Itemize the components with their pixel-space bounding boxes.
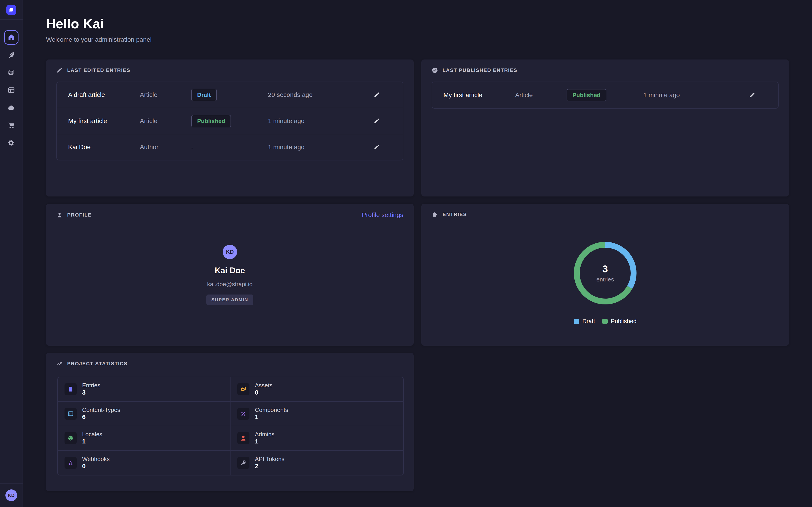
card-title: LAST PUBLISHED ENTRIES [443,67,517,73]
entry-kind: Author [140,144,191,151]
puzzle-icon [432,211,438,218]
sidebar-item-media-library[interactable] [4,65,18,80]
legend-chip-published [602,319,608,324]
edit-entry-button[interactable] [372,90,382,100]
stat-locales: Locales1 [58,426,231,451]
stat-label: Admins [255,431,274,438]
last-published-table: My first article Article Published 1 min… [432,81,779,109]
card-header: LAST EDITED ENTRIES [46,59,414,73]
edit-entry-button[interactable] [372,116,382,126]
chart-legend: Draft Published [574,318,637,325]
entry-time: 1 minute ago [268,144,372,151]
stat-value: 0 [82,462,110,470]
entry-title: A draft article [68,91,140,99]
user-avatar[interactable]: KD [5,490,17,501]
sidebar: KD [0,0,23,507]
strapi-logo[interactable] [6,5,16,15]
edit-entry-button[interactable] [747,90,757,100]
last-edited-entries-card: LAST EDITED ENTRIES A draft article Arti… [46,59,414,196]
profile-email: kai.doe@strapi.io [207,281,252,288]
feather-icon [7,51,15,59]
gear-icon [7,139,15,147]
check-circle-icon [432,67,438,73]
pencil-icon [373,144,380,150]
sidebar-footer: KD [0,483,22,507]
stat-webhooks: Webhooks0 [58,451,231,475]
stat-label: API Tokens [255,456,285,462]
profile-avatar: KD [222,245,237,259]
sidebar-item-content-manager[interactable] [4,48,18,62]
stat-label: Content-Types [82,406,120,413]
legend-chip-draft [574,319,579,324]
sidebar-divider-bottom [0,483,22,484]
entry-kind: Article [140,117,191,125]
stat-value: 1 [255,438,274,445]
webhook-icon [67,459,74,466]
edit-entry-button[interactable] [372,142,382,152]
entry-time: 20 seconds ago [268,91,372,99]
card-title: LAST EDITED ENTRIES [67,67,131,73]
stat-api-tokens: API Tokens2 [231,451,403,475]
sidebar-item-settings[interactable] [4,136,18,150]
profile-role-badge: SUPER ADMIN [206,294,253,305]
stat-label: Webhooks [82,456,110,462]
stat-entries: Entries3 [58,377,231,402]
status-badge: Published [567,89,606,101]
card-header: PROFILE Profile settings [46,204,414,219]
pencil-icon [373,118,380,124]
strapi-logo-icon [7,6,15,14]
entry-title: My first article [68,117,140,125]
dashboard-grid: LAST EDITED ENTRIES A draft article Arti… [46,59,812,491]
entry-time: 1 minute ago [643,92,747,99]
status-badge: Draft [191,89,217,101]
sidebar-nav [4,30,18,150]
stat-value: 1 [255,413,288,421]
donut-center-label: entries [596,276,614,283]
pictures-icon [7,68,15,76]
status-none: - [191,144,193,151]
sidebar-item-cloud[interactable] [4,101,18,115]
page-title: Hello Kai [46,16,812,32]
sidebar-item-home[interactable] [4,30,18,45]
last-edited-table: A draft article Article Draft 20 seconds… [56,81,403,160]
card-title: PROJECT STATISTICS [67,361,128,367]
components-icon [240,410,247,417]
key-icon [240,459,247,466]
stat-value: 6 [82,413,120,421]
card-header: LAST PUBLISHED ENTRIES [421,59,789,73]
profile-body: KD Kai Doe kai.doe@strapi.io SUPER ADMIN [46,245,414,305]
stat-content-types: Content-Types6 [58,402,231,426]
pencil-icon [749,92,755,98]
stat-value: 3 [82,389,100,396]
table-row: My first article Article Published 1 min… [432,82,778,108]
card-title: ENTRIES [443,212,467,217]
profile-name: Kai Doe [215,266,245,275]
cart-icon [7,121,15,129]
entries-chart-card: ENTRIES 3 entries [421,204,789,346]
layout-icon [7,86,15,94]
stat-components: Components1 [231,402,403,426]
sidebar-item-content-type-builder[interactable] [4,83,18,97]
person-icon [240,435,247,441]
table-row: A draft article Article Draft 20 seconds… [57,82,403,108]
stat-value: 1 [82,438,102,445]
table-row: Kai Doe Author - 1 minute ago [57,134,403,160]
last-published-entries-card: LAST PUBLISHED ENTRIES My first article … [421,59,789,196]
entries-donut-chart: 3 entries Draft Published [421,239,789,325]
cloud-icon [7,104,15,112]
pictures-icon [240,386,247,393]
stat-label: Components [255,406,288,413]
statistics-grid: Entries3 Assets0 Content-Types6 Componen… [57,377,404,475]
sidebar-item-marketplace[interactable] [4,118,18,132]
trending-up-icon [56,360,63,367]
stat-assets: Assets0 [231,377,403,402]
globe-icon [67,435,74,441]
entry-title: Kai Doe [68,144,140,151]
entry-kind: Article [140,91,191,99]
profile-card: PROFILE Profile settings KD Kai Doe kai.… [46,204,414,346]
table-row: My first article Article Published 1 min… [57,108,403,134]
legend-label: Published [611,318,637,325]
stat-label: Locales [82,431,102,438]
profile-settings-link[interactable]: Profile settings [362,211,403,219]
pencil-icon [56,67,63,73]
